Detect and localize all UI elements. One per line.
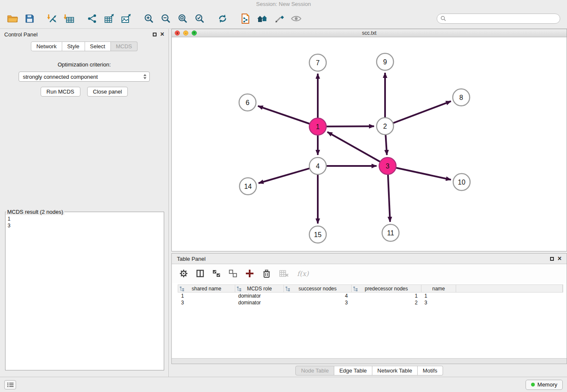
add-row-button[interactable] [245,269,254,278]
column-header-shared-name[interactable]: shared name [178,285,235,292]
network-window-titlebar[interactable]: x - + scc.txt [172,29,567,37]
node-7[interactable]: 7 [309,54,326,71]
cell-predecessor-nodes[interactable]: 1 [351,293,421,299]
tab-style[interactable]: Style [62,41,85,51]
criterion-select[interactable]: strongly connected component [19,72,150,82]
new-network-button[interactable] [84,11,101,27]
cell-mcds-role[interactable]: dominator [235,293,284,299]
cell-mcds-role[interactable]: dominator [235,299,284,306]
cell-name[interactable]: 3 [421,299,456,306]
column-header-predecessor-nodes[interactable]: predecessor nodes [352,285,421,292]
node-label: 3 [386,163,390,170]
delete-table-icon [279,270,289,277]
network-graph: 7968124314101511 [172,37,567,251]
edge-2-8[interactable] [393,101,451,123]
open-folder-icon [7,14,18,23]
node-2[interactable]: 2 [377,118,394,135]
node-15[interactable]: 15 [309,226,326,243]
node-3[interactable]: 3 [379,157,396,174]
cell-shared-name[interactable]: 3 [178,299,235,306]
memory-button[interactable]: Memory [526,380,563,390]
table-row[interactable]: 1 dominator 4 1 1 [178,293,563,299]
zoom-selected-button[interactable] [191,11,208,27]
import-table-button[interactable] [61,11,78,27]
import-network-button[interactable] [44,11,61,27]
cell-successor-nodes[interactable]: 3 [284,299,351,306]
first-neighbors-button[interactable] [254,11,271,27]
show-hide-details-button[interactable] [288,11,305,27]
delete-table-button[interactable] [279,270,289,277]
delete-row-button[interactable] [262,269,271,278]
edge-4-14[interactable] [259,168,310,183]
network-canvas[interactable]: 7968124314101511 [172,37,567,251]
column-header-filler [456,285,563,292]
annotation-pen-icon [274,14,284,24]
task-history-button[interactable] [4,380,16,389]
edge-3-11[interactable] [388,174,390,222]
edge-1-6[interactable] [258,106,310,124]
minimize-window-button[interactable]: - [183,30,188,36]
node-10[interactable]: 10 [453,174,470,190]
node-6[interactable]: 6 [239,94,256,111]
column-header-successor-nodes[interactable]: successor nodes [284,285,352,292]
zoom-in-button[interactable] [140,11,157,27]
node-8[interactable]: 8 [453,89,470,106]
global-search[interactable] [437,14,560,24]
node-14[interactable]: 14 [239,178,256,195]
deselect-all-button[interactable] [229,270,237,277]
tab-network[interactable]: Network [31,41,62,51]
format-columns-button[interactable] [196,270,204,277]
zoom-fit-button[interactable] [174,11,191,27]
edge-1-2[interactable] [326,126,374,127]
cell-shared-name[interactable]: 1 [178,293,235,299]
column-header-name[interactable]: name [421,285,456,292]
tab-edge-table[interactable]: Edge Table [334,366,372,375]
search-input[interactable] [448,16,556,22]
zoom-window-button[interactable]: + [192,30,197,36]
refresh-view-button[interactable] [214,11,231,27]
select-all-button[interactable] [212,270,220,277]
tab-network-table[interactable]: Network Table [372,366,418,375]
table-mode-button[interactable] [179,269,188,278]
checked-boxes-icon [212,270,220,277]
cell-predecessor-nodes[interactable]: 2 [351,299,421,306]
close-panel-icon[interactable]: × [160,31,164,38]
control-panel: Control Panel × Network Style Select MCD… [0,29,169,377]
tab-node-table[interactable]: Node Table [295,366,334,375]
annotations-button[interactable] [271,11,288,27]
network-from-selection-button[interactable] [237,11,254,27]
close-window-button[interactable]: x [175,30,180,36]
export-image-button[interactable] [118,11,135,27]
function-builder-button[interactable]: f(x) [297,270,308,278]
tab-motifs[interactable]: Motifs [418,366,443,375]
cell-successor-nodes[interactable]: 4 [284,293,351,299]
zoom-out-button[interactable] [157,11,174,27]
cell-name[interactable]: 1 [421,293,456,299]
column-tree-icon [353,287,358,293]
tab-mcds[interactable]: MCDS [111,41,138,51]
table-header-row: shared name MCDS role successor nodes [178,284,563,293]
edge-3-10[interactable] [396,168,451,179]
window-controls: x - + [175,30,197,36]
eye-icon [291,15,302,22]
close-table-panel-icon[interactable]: × [558,255,561,262]
node-1[interactable]: 1 [309,118,326,135]
save-session-button[interactable] [21,11,38,27]
close-panel-button[interactable]: Close panel [87,87,128,97]
node-9[interactable]: 9 [377,53,394,70]
edge-2-3[interactable] [385,135,387,155]
criterion-select-value: strongly connected component [23,74,98,80]
float-panel-icon[interactable] [153,33,157,36]
edge-3-1[interactable] [328,132,380,162]
node-11[interactable]: 11 [382,224,399,241]
column-header-mcds-role[interactable]: MCDS role [235,285,284,292]
node-label: 11 [387,229,394,237]
table-row[interactable]: 3 dominator 3 2 3 [178,299,563,306]
control-panel-tabs: Network Style Select MCDS [0,41,168,51]
export-table-button[interactable] [101,11,118,27]
node-4[interactable]: 4 [309,157,326,174]
tab-select[interactable]: Select [85,41,111,51]
run-mcds-button[interactable]: Run MCDS [41,87,80,97]
float-table-panel-icon[interactable] [550,257,554,261]
open-file-button[interactable] [4,11,21,27]
